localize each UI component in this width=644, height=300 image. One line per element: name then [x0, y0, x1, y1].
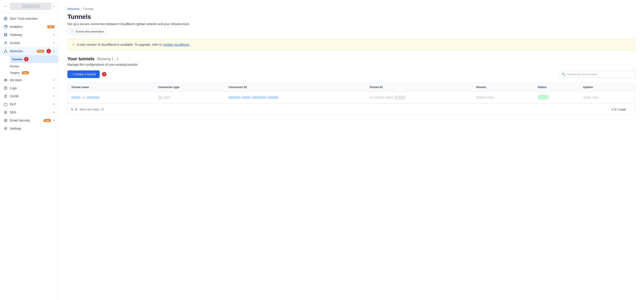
- warning-banner: ⚠ A new version of cloudflared is availa…: [67, 39, 635, 50]
- search-box: 🔍: [559, 71, 635, 78]
- svg-rect-4: [6, 33, 7, 34]
- sidebar-item-email-security[interactable]: Email Security New ▾: [0, 116, 58, 125]
- svg-rect-18: [5, 96, 6, 98]
- svg-point-22: [5, 128, 6, 129]
- zero-trust-icon: [4, 16, 8, 21]
- annotation-badge-2: 2: [24, 57, 28, 61]
- banner-text: A new version of cloudflared is availabl…: [77, 43, 191, 46]
- sidebar-item-access[interactable]: Access ▾: [0, 39, 58, 47]
- sidebar-item-routes[interactable]: Routes: [10, 63, 58, 69]
- chevron-down-icon: ▾: [53, 33, 54, 36]
- sidebar-item-settings[interactable]: Settings: [0, 125, 58, 133]
- cell-uptime: [580, 92, 635, 103]
- section-title: Your tunnels: [67, 56, 94, 61]
- chevron-down-icon: ▾: [53, 95, 54, 98]
- col-tunnel-name: Tunnel name ↑: [68, 83, 154, 92]
- logo-area: [10, 3, 52, 10]
- back-button[interactable]: ←: [4, 4, 8, 9]
- svg-rect-3: [4, 33, 6, 34]
- cell-status: [534, 92, 580, 103]
- section-description: Manage the configurations of your existi…: [67, 63, 635, 66]
- svg-point-14: [6, 79, 7, 80]
- search-icon: 🔍: [562, 72, 566, 76]
- cell-tunnel-name: [68, 92, 154, 103]
- new-badge: New: [37, 50, 44, 53]
- sidebar-item-analytics[interactable]: Analytics New: [0, 23, 58, 31]
- sidebar-item-networks[interactable]: Networks New 1 ▴: [0, 47, 58, 55]
- cell-tunnel-id: [366, 92, 473, 103]
- col-connector-type: Connector type: [154, 83, 225, 92]
- tunnels-table: Tunnel name ↑ Connector type Connector I…: [67, 83, 635, 115]
- table-row[interactable]: [68, 92, 635, 103]
- create-tunnel-button[interactable]: + Create a tunnel: [67, 70, 100, 78]
- doc-icon: 📄: [70, 30, 74, 33]
- sidebar-item-logs[interactable]: Logs ▾: [0, 84, 58, 92]
- sidebar-item-gateway[interactable]: Gateway ▾: [0, 31, 58, 39]
- col-tunnel-id: Tunnel ID: [366, 83, 473, 92]
- sidebar-item-my-team[interactable]: My team ▾: [0, 76, 58, 84]
- chevron-up-icon: ▴: [53, 50, 54, 53]
- sidebar-item-label: My team: [10, 78, 51, 82]
- sidebar-item-label: Email Security: [10, 119, 40, 122]
- col-uptime: Uptime: [580, 83, 635, 92]
- pagination-nav: ‹ 1 of 1 page ›: [606, 107, 631, 112]
- chevron-down-icon: ▾: [53, 78, 54, 82]
- col-routes: Routes: [473, 83, 534, 92]
- toolbar-left: + Create a tunnel 3: [67, 70, 106, 78]
- sidebar-item-label: DLP: [10, 103, 51, 106]
- doc-link-label: Tunnel documentation: [75, 30, 104, 33]
- svg-point-20: [5, 112, 6, 113]
- svg-point-13: [5, 79, 6, 80]
- tunnels-label: Tunnels: [12, 58, 23, 61]
- svg-rect-21: [4, 120, 7, 122]
- expand-button[interactable]: ›: [54, 4, 54, 8]
- page-title: Tunnels: [67, 13, 635, 20]
- search-input[interactable]: [567, 73, 632, 76]
- tunnels-section-header: Your tunnels Showing 1 - 1: [67, 56, 635, 61]
- sort-icon: ↑: [91, 86, 92, 89]
- analytics-icon: [4, 25, 8, 29]
- sidebar-item-casb[interactable]: CASB ▾: [0, 92, 58, 100]
- prev-page-button[interactable]: ‹: [606, 107, 610, 112]
- svg-point-8: [5, 50, 6, 50]
- tunnel-documentation-link[interactable]: 📄 Tunnel documentation: [67, 28, 107, 34]
- chevron-down-icon: ▾: [53, 111, 54, 114]
- sidebar-item-zero-trust[interactable]: Zero Trust overview: [0, 14, 58, 23]
- sidebar-item-label: Analytics: [10, 25, 44, 28]
- chevron-down-icon: ▾: [53, 103, 54, 106]
- update-cloudflared-link[interactable]: Update cloudflared: [163, 43, 189, 46]
- col-status: Status: [534, 83, 580, 92]
- items-per-page: Items per page: 10: [80, 108, 104, 111]
- pagination: 1 - 1 Items per page: 10 ‹ 1 of 1 page ›: [68, 103, 635, 115]
- chevron-down-icon: ▾: [53, 119, 54, 122]
- breadcrumb-parent[interactable]: Networks: [67, 7, 80, 10]
- sidebar-item-tunnels[interactable]: Tunnels 2: [10, 55, 58, 63]
- new-badge: New: [22, 71, 29, 74]
- dlp-icon: [4, 102, 8, 106]
- warning-icon: ⚠: [72, 42, 75, 47]
- annotation-badge-3: 3: [102, 72, 106, 76]
- svg-point-1: [5, 18, 6, 19]
- new-badge: New: [47, 25, 54, 28]
- email-security-icon: [4, 118, 8, 123]
- next-page-button[interactable]: ›: [628, 107, 631, 112]
- access-icon: [4, 41, 8, 45]
- svg-rect-6: [6, 35, 7, 36]
- sidebar-item-dlp[interactable]: DLP ▾: [0, 100, 58, 108]
- svg-point-9: [4, 52, 5, 53]
- sidebar-item-dex[interactable]: DEX ▾: [0, 108, 58, 116]
- cell-connector-type: [154, 92, 225, 103]
- cell-connector-id: [225, 92, 366, 103]
- breadcrumb-separator: /: [81, 7, 82, 10]
- logo-placeholder: [22, 4, 40, 8]
- dex-icon: [4, 110, 8, 114]
- sidebar-nav: Zero Trust overview Analytics New Gatewa…: [0, 13, 58, 300]
- sidebar-item-label: Logs: [10, 86, 51, 90]
- annotation-badge-1: 1: [46, 49, 51, 53]
- sidebar-item-targets[interactable]: Targets New: [10, 69, 58, 76]
- gateway-icon: [4, 33, 8, 37]
- chevron-down-icon: ▾: [53, 41, 54, 44]
- sidebar-item-label: Access: [10, 41, 51, 45]
- sidebar-item-label: Networks: [10, 49, 34, 53]
- my-team-icon: [4, 78, 8, 82]
